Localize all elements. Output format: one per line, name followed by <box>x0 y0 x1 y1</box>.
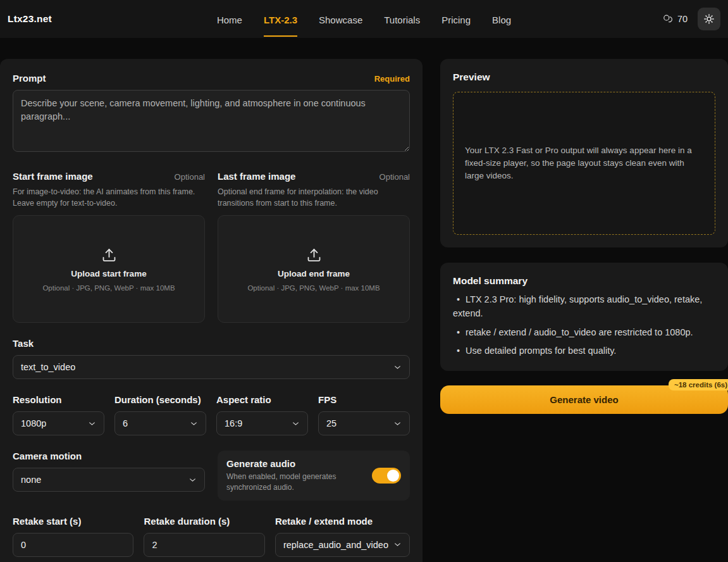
task-label: Task <box>13 338 410 349</box>
settings-row: Resolution 1080p Duration (seconds) 6 <box>13 394 410 435</box>
chevron-down-icon <box>88 420 96 428</box>
nav-ltx-2-3[interactable]: LTX-2.3 <box>264 2 297 37</box>
generate-audio-label: Generate audio <box>226 458 364 469</box>
model-summary-bullet: LTX 2.3 Pro: high fidelity, supports aud… <box>453 293 715 321</box>
retake-start-field: Retake start (s) <box>13 516 133 557</box>
camera-audio-row: Camera motion none Generate audio When e… <box>13 451 410 501</box>
credits-icon <box>662 13 674 25</box>
fps-field: FPS 25 <box>318 394 410 435</box>
chevron-down-icon <box>292 420 300 428</box>
brand-logo[interactable]: Ltx23.net <box>8 13 52 24</box>
fps-label: FPS <box>318 394 410 405</box>
last-frame-upload-hint: Optional · JPG, PNG, WebP · max 10MB <box>247 284 379 292</box>
aspect-ratio-label: Aspect ratio <box>216 394 308 405</box>
generation-form-card: Prompt Required Start frame image Option… <box>0 59 423 562</box>
last-frame-section: Last frame image Optional Optional end f… <box>218 171 410 323</box>
retake-duration-input[interactable] <box>144 533 264 557</box>
generate-audio-text: Generate audio When enabled, model gener… <box>226 458 364 493</box>
fps-select[interactable]: 25 <box>318 411 410 435</box>
duration-select[interactable]: 6 <box>114 411 206 435</box>
header-actions: 70 <box>511 8 720 30</box>
resolution-label: Resolution <box>13 394 104 405</box>
duration-field: Duration (seconds) 6 <box>114 394 206 435</box>
main-content: Prompt Required Start frame image Option… <box>0 38 728 562</box>
camera-motion-label: Camera motion <box>13 451 205 461</box>
credits-count: 70 <box>677 14 688 24</box>
start-frame-section: Start frame image Optional For image-to-… <box>13 171 205 323</box>
nav-showcase[interactable]: Showcase <box>319 2 362 37</box>
camera-motion-select[interactable]: none <box>13 468 205 492</box>
duration-label: Duration (seconds) <box>114 394 206 405</box>
nav-blog[interactable]: Blog <box>492 2 511 37</box>
upload-icon <box>101 246 118 263</box>
preview-card: Preview Your LTX 2.3 Fast or Pro output … <box>440 59 728 247</box>
output-column: Preview Your LTX 2.3 Fast or Pro output … <box>440 59 728 414</box>
aspect-ratio-select-value: 16:9 <box>225 418 242 428</box>
last-frame-label: Last frame image <box>218 171 295 182</box>
toggle-knob <box>387 470 399 482</box>
fps-select-value: 25 <box>326 418 336 428</box>
aspect-ratio-field: Aspect ratio 16:9 <box>216 394 308 435</box>
model-summary-card: Model summary LTX 2.3 Pro: high fidelity… <box>440 263 728 371</box>
retake-start-input[interactable] <box>13 533 133 557</box>
header-left: Ltx23.net <box>8 13 217 25</box>
preview-placeholder-text: Your LTX 2.3 Fast or Pro output will alw… <box>465 144 703 183</box>
generate-audio-panel: Generate audio When enabled, model gener… <box>218 451 410 501</box>
start-frame-upload-hint: Optional · JPG, PNG, WebP · max 10MB <box>42 284 175 292</box>
generate-section: ~18 credits (6s) Generate video <box>440 385 728 414</box>
retake-duration-label: Retake duration (s) <box>144 516 264 527</box>
chevron-down-icon <box>393 420 402 428</box>
resolution-select-value: 1080p <box>21 418 46 428</box>
retake-mode-select-value: replace_audio_and_video <box>283 540 388 550</box>
nav-home[interactable]: Home <box>217 2 242 37</box>
task-field: Task text_to_video <box>13 338 410 379</box>
preview-title: Preview <box>453 72 715 83</box>
chevron-down-icon <box>188 476 197 484</box>
aspect-ratio-select[interactable]: 16:9 <box>216 411 308 435</box>
nav-pricing[interactable]: Pricing <box>441 2 471 37</box>
camera-motion-select-value: none <box>21 475 41 485</box>
camera-motion-field: Camera motion none <box>13 451 205 492</box>
prompt-textarea[interactable] <box>13 90 410 152</box>
retake-mode-field: Retake / extend mode replace_audio_and_v… <box>275 516 410 557</box>
chevron-down-icon <box>190 420 198 428</box>
retake-start-label: Retake start (s) <box>13 516 133 527</box>
last-frame-upload-dropzone[interactable]: Upload end frame Optional · JPG, PNG, We… <box>218 215 410 323</box>
start-frame-optional-badge: Optional <box>175 172 205 182</box>
task-select-value: text_to_video <box>21 362 75 372</box>
duration-select-value: 6 <box>123 418 128 428</box>
nav-tutorials[interactable]: Tutorials <box>384 2 420 37</box>
model-summary-bullet: Use detailed prompts for best quality. <box>453 344 715 358</box>
top-navbar: Ltx23.net Home LTX-2.3 Showcase Tutorial… <box>0 0 728 38</box>
last-frame-optional-badge: Optional <box>379 172 410 182</box>
last-frame-description: Optional end frame for interpolation: th… <box>218 186 410 209</box>
start-frame-upload-label: Upload start frame <box>71 269 146 278</box>
start-frame-upload-dropzone[interactable]: Upload start frame Optional · JPG, PNG, … <box>13 215 205 323</box>
prompt-label-row: Prompt Required <box>13 73 410 84</box>
resolution-field: Resolution 1080p <box>13 394 104 435</box>
theme-toggle-button[interactable] <box>698 8 720 30</box>
credits-cost-badge: ~18 credits (6s) <box>669 379 728 390</box>
credits-counter[interactable]: 70 <box>662 13 688 25</box>
retake-row: Retake start (s) Retake duration (s) Ret… <box>13 516 410 557</box>
generate-audio-toggle[interactable] <box>372 468 401 484</box>
retake-duration-field: Retake duration (s) <box>144 516 264 557</box>
resolution-select[interactable]: 1080p <box>13 411 104 435</box>
required-badge: Required <box>374 74 410 84</box>
preview-player-placeholder: Your LTX 2.3 Fast or Pro output will alw… <box>453 92 715 235</box>
prompt-label: Prompt <box>13 73 46 84</box>
start-frame-label: Start frame image <box>13 171 93 182</box>
start-frame-description: For image-to-video: the AI animates from… <box>13 186 205 209</box>
model-summary-list: LTX 2.3 Pro: high fidelity, supports aud… <box>453 293 715 358</box>
task-select[interactable]: text_to_video <box>13 355 410 379</box>
main-nav: Home LTX-2.3 Showcase Tutorials Pricing … <box>217 2 511 37</box>
upload-icon <box>305 246 323 263</box>
model-summary-bullet: retake / extend / audio_to_video are res… <box>453 326 715 340</box>
frame-uploads-row: Start frame image Optional For image-to-… <box>13 171 410 323</box>
sun-icon <box>703 13 715 25</box>
model-summary-title: Model summary <box>453 275 715 287</box>
retake-mode-select[interactable]: replace_audio_and_video <box>275 533 410 557</box>
generate-audio-description: When enabled, model generates synchroniz… <box>226 471 364 493</box>
retake-mode-label: Retake / extend mode <box>275 516 410 527</box>
chevron-down-icon <box>393 540 402 549</box>
